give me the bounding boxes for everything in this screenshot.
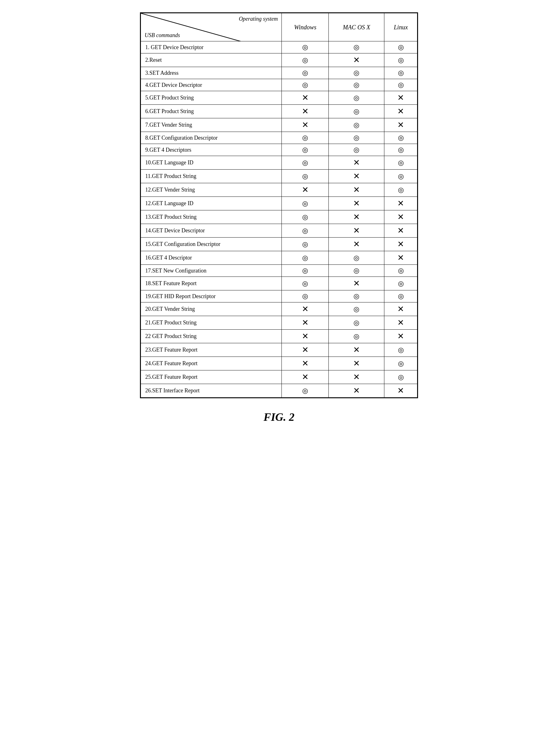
cell-win: ◎ [282, 42, 329, 53]
table-row: 4.GET Device Descriptor◎◎◎ [141, 79, 417, 91]
cell-win: ✕ [282, 91, 329, 105]
cmd-label: 18.SET Feature Report [141, 277, 282, 290]
cell-mac: ✕ [329, 238, 384, 251]
cell-mac: ◎ [329, 118, 384, 132]
col-header-linux: Linux [384, 13, 417, 42]
table-row: 8.GET Configuration Descriptor◎◎◎ [141, 132, 417, 144]
cmd-label: 16.GET 4 Descriptor [141, 251, 282, 265]
cell-mac: ◎ [329, 42, 384, 53]
cmd-label: 6.GET Product String [141, 105, 282, 118]
cell-mac: ◎ [329, 316, 384, 330]
table-row: 23.GET Feature Report✕✕◎ [141, 343, 417, 357]
cell-win: ◎ [282, 384, 329, 398]
cell-mac: ✕ [329, 384, 384, 398]
cmd-label: 12.GET Vender String [141, 183, 282, 197]
cell-win: ◎ [282, 290, 329, 303]
cell-win: ◎ [282, 277, 329, 290]
cell-linux: ◎ [384, 265, 417, 277]
cmd-label: 7.GET Vender String [141, 118, 282, 132]
table-row: 20.GET Vender String✕◎✕ [141, 303, 417, 316]
os-label: Operating system [239, 16, 278, 22]
cmd-label: 20.GET Vender String [141, 303, 282, 316]
cell-mac: ✕ [329, 357, 384, 370]
cmd-label: 2.Reset [141, 53, 282, 67]
cell-win: ◎ [282, 79, 329, 91]
cell-linux: ✕ [384, 91, 417, 105]
cell-linux: ✕ [384, 105, 417, 118]
cmd-label: 22 GET Product String [141, 330, 282, 343]
table-row: 10.GET Language ID◎✕◎ [141, 156, 417, 170]
cell-linux: ✕ [384, 316, 417, 330]
table-row: 19.GET HID Report Descriptor◎◎◎ [141, 290, 417, 303]
table-row: 21.GET Product String✕◎✕ [141, 316, 417, 330]
cell-mac: ◎ [329, 105, 384, 118]
cell-linux: ◎ [384, 156, 417, 170]
cell-win: ✕ [282, 357, 329, 370]
table-row: 13.GET Product String◎✕✕ [141, 210, 417, 224]
cell-linux: ✕ [384, 251, 417, 265]
cmd-label: 8.GET Configuration Descriptor [141, 132, 282, 144]
cell-linux: ◎ [384, 144, 417, 156]
cell-linux: ✕ [384, 197, 417, 210]
cell-mac: ◎ [329, 303, 384, 316]
col-header-windows: Windows [282, 13, 329, 42]
cmd-label: 4.GET Device Descriptor [141, 79, 282, 91]
cell-win: ◎ [282, 67, 329, 79]
cell-mac: ◎ [329, 251, 384, 265]
table-row: 9.GET 4 Descriptors◎◎◎ [141, 144, 417, 156]
table-row: 17.SET New Configuration◎◎◎ [141, 265, 417, 277]
cell-win: ◎ [282, 156, 329, 170]
cell-win: ✕ [282, 316, 329, 330]
table-row: 1. GET Device Descriptor◎◎◎ [141, 42, 417, 53]
table-row: 6.GET Product String✕◎✕ [141, 105, 417, 118]
cell-linux: ✕ [384, 238, 417, 251]
cell-mac: ✕ [329, 343, 384, 357]
table-row: 5.GET Product String✕◎✕ [141, 91, 417, 105]
table-row: 14.GET Device Descriptor◎✕✕ [141, 224, 417, 238]
cell-win: ◎ [282, 170, 329, 183]
cell-win: ✕ [282, 330, 329, 343]
cell-win: ✕ [282, 105, 329, 118]
usb-commands-table: Operating system USB commands Windows MA… [141, 13, 417, 398]
cell-mac: ✕ [329, 370, 384, 384]
usb-label: USB commands [145, 32, 180, 38]
cell-linux: ◎ [384, 42, 417, 53]
cell-linux: ✕ [384, 330, 417, 343]
table-row: 22 GET Product String✕◎✕ [141, 330, 417, 343]
cell-linux: ◎ [384, 343, 417, 357]
cell-win: ◎ [282, 210, 329, 224]
cell-mac: ◎ [329, 330, 384, 343]
cmd-label: 17.SET New Configuration [141, 265, 282, 277]
table-row: 24.GET Feature Report✕✕◎ [141, 357, 417, 370]
cell-linux: ◎ [384, 183, 417, 197]
cmd-label: 13.GET Product String [141, 210, 282, 224]
table-row: 12.GET Vender String✕✕◎ [141, 183, 417, 197]
cmd-label: 15.GET Configuration Descriptor [141, 238, 282, 251]
cell-mac: ◎ [329, 265, 384, 277]
cell-mac: ◎ [329, 79, 384, 91]
cell-linux: ◎ [384, 370, 417, 384]
cell-linux: ✕ [384, 224, 417, 238]
table-row: 11.GET Product String◎✕◎ [141, 170, 417, 183]
cmd-label: 11.GET Product String [141, 170, 282, 183]
main-table-wrapper: Operating system USB commands Windows MA… [140, 12, 418, 398]
table-row: 7.GET Vender String✕◎✕ [141, 118, 417, 132]
cmd-label: 23.GET Feature Report [141, 343, 282, 357]
table-row: 25.GET Feature Report✕✕◎ [141, 370, 417, 384]
cell-linux: ◎ [384, 357, 417, 370]
cell-mac: ✕ [329, 277, 384, 290]
cell-win: ◎ [282, 53, 329, 67]
table-row: 26.SET Interface Report◎✕✕ [141, 384, 417, 398]
cell-win: ◎ [282, 144, 329, 156]
table-row: 2.Reset◎✕◎ [141, 53, 417, 67]
col-header-mac: MAC OS X [329, 13, 384, 42]
cell-win: ◎ [282, 251, 329, 265]
cmd-label: 19.GET HID Report Descriptor [141, 290, 282, 303]
cmd-label: 5.GET Product String [141, 91, 282, 105]
cell-win: ◎ [282, 224, 329, 238]
cell-linux: ◎ [384, 290, 417, 303]
cell-mac: ◎ [329, 290, 384, 303]
cell-win: ◎ [282, 197, 329, 210]
cell-linux: ◎ [384, 277, 417, 290]
cell-linux: ◎ [384, 53, 417, 67]
